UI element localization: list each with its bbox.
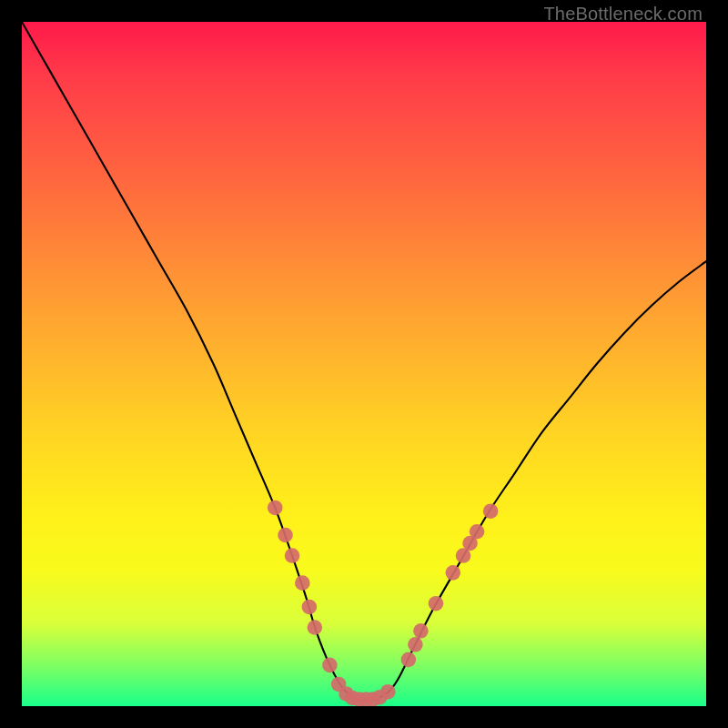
marker-point [429, 596, 444, 612]
marker-point [408, 637, 423, 652]
marker-point [401, 652, 417, 668]
marker-point [413, 623, 429, 639]
marker-point [268, 500, 283, 516]
marker-point [322, 658, 338, 673]
marker-point [285, 548, 300, 563]
marker-group [268, 500, 498, 706]
plot-area [22, 22, 706, 706]
bottleneck-curve [22, 22, 706, 700]
marker-point [278, 528, 293, 543]
chart-svg [22, 22, 706, 706]
marker-point [295, 575, 310, 591]
marker-point [380, 684, 396, 700]
marker-point [445, 565, 460, 581]
marker-point [483, 503, 499, 519]
marker-point [470, 524, 485, 540]
marker-point [308, 620, 323, 635]
watermark-text: TheBottleneck.com [543, 4, 703, 25]
marker-point [302, 600, 318, 615]
chart-frame: TheBottleneck.com [0, 0, 728, 728]
